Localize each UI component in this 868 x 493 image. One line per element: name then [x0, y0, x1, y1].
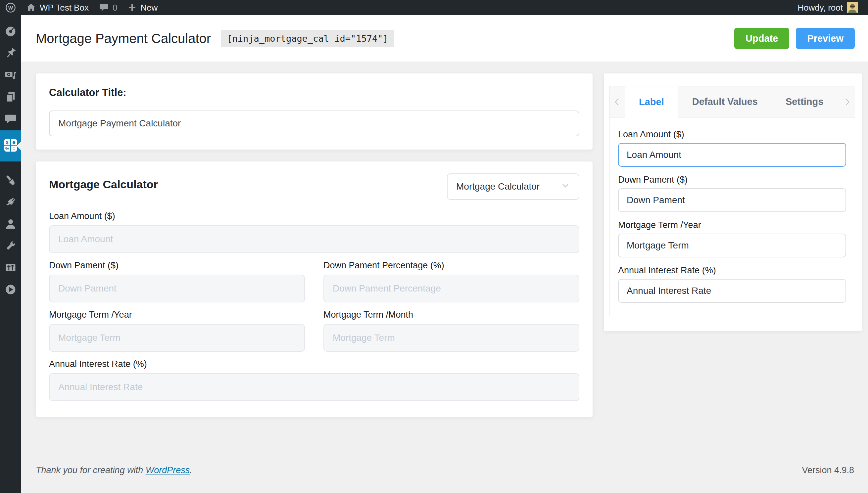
active-item-arrow: [17, 141, 21, 151]
sidebar-item-media[interactable]: [0, 65, 21, 87]
down-pament-label: Down Pament ($): [49, 260, 305, 271]
admin-bar: W WP Test Box 0 New Howdy, root: [0, 0, 868, 15]
mortgage-term-year-input[interactable]: [49, 324, 305, 352]
wordpress-menu-button[interactable]: W: [0, 0, 21, 15]
footer-period: .: [190, 465, 192, 475]
chevron-right-icon: [843, 96, 851, 108]
pages-icon: [4, 90, 17, 105]
loan-amount-input[interactable]: [49, 225, 579, 253]
tools-wrench-icon: [4, 239, 17, 254]
mortgage-calculator-card: Mortgage Calculator Mortgage Calculator …: [36, 162, 593, 417]
admin-sidebar: $%=: [0, 15, 21, 493]
mortgage-term-year-label: Mortgage Term /Year: [49, 310, 305, 320]
down-pament-input[interactable]: [49, 275, 305, 302]
plus-icon: [128, 3, 136, 12]
howdy-text: Howdy, root: [798, 3, 843, 13]
comments-count: 0: [112, 3, 117, 13]
page-title: Mortgage Payment Calculator: [36, 31, 211, 46]
site-link[interactable]: WP Test Box: [21, 0, 94, 15]
calculator-title-card: Calculator Title:: [36, 73, 593, 150]
panel-annual-interest-rate-input[interactable]: [618, 279, 846, 303]
footer-thanks-text: Thank you for creating with: [36, 465, 146, 475]
sidebar-item-posts[interactable]: [0, 43, 21, 65]
chevron-down-icon: [561, 181, 570, 193]
comment-bubble-icon: [99, 3, 109, 12]
sidebar-item-users[interactable]: [0, 214, 21, 236]
comments-icon: [4, 112, 17, 127]
tab-scroll-left-button[interactable]: [610, 86, 625, 117]
tab-scroll-right-button[interactable]: [840, 86, 855, 117]
sidebar-item-appearance[interactable]: [0, 170, 21, 192]
label-tab-content: Loan Amount ($) Down Pament ($) Mortgage…: [610, 117, 855, 316]
down-pament-field: Down Pament ($): [49, 260, 305, 302]
footer-thanks: Thank you for creating with WordPress.: [36, 465, 192, 475]
wordpress-logo-icon: W: [5, 2, 16, 13]
calculator-type-value: Mortgage Calculator: [456, 181, 539, 192]
sidebar-separator: [0, 162, 21, 170]
calculator-icon: $%=: [3, 138, 18, 154]
new-content-button[interactable]: New: [123, 0, 163, 15]
mortgage-term-month-field: Mortgage Term /Month: [323, 310, 579, 352]
tab-settings[interactable]: Settings: [772, 86, 837, 117]
preview-button[interactable]: Preview: [796, 28, 855, 49]
loan-amount-field: Loan Amount ($): [49, 211, 579, 253]
svg-text:W: W: [8, 5, 13, 10]
panel-loan-amount-label: Loan Amount ($): [618, 129, 846, 140]
svg-text:$: $: [6, 140, 8, 145]
dashboard-icon: [4, 25, 17, 39]
calculator-title-input[interactable]: [49, 110, 579, 136]
tab-label[interactable]: Label: [625, 86, 678, 117]
media-icon: [4, 68, 17, 83]
page-header: Mortgage Payment Calculator [ninja_mortg…: [21, 15, 868, 62]
home-icon: [26, 3, 36, 12]
play-circle-icon: [4, 283, 17, 297]
account-menu[interactable]: Howdy, root: [792, 0, 863, 15]
chevron-left-icon: [613, 96, 621, 108]
sidebar-item-plugins[interactable]: [0, 192, 21, 214]
mortgage-calculator-heading: Mortgage Calculator: [49, 173, 158, 191]
new-label: New: [140, 3, 157, 13]
mortgage-term-month-input[interactable]: [323, 324, 579, 352]
user-avatar: [847, 2, 858, 13]
annual-interest-rate-field: Annual Interest Rate (%): [49, 359, 579, 401]
sidebar-item-calculator[interactable]: $%=: [0, 130, 21, 162]
svg-text:=: =: [13, 146, 16, 151]
annual-interest-rate-label: Annual Interest Rate (%): [49, 359, 579, 369]
sidebar-item-pages[interactable]: [0, 87, 21, 109]
comments-shortcut[interactable]: 0: [94, 0, 123, 15]
plugins-plug-icon: [4, 196, 17, 210]
settings-tab-bar: Label Default Values Settings: [610, 86, 855, 117]
sidebar-item-plugin-extra[interactable]: [0, 279, 21, 301]
sidebar-item-tools[interactable]: [0, 236, 21, 257]
calculator-type-select[interactable]: Mortgage Calculator: [447, 173, 579, 200]
panel-annual-interest-rate-label: Annual Interest Rate (%): [618, 265, 846, 276]
down-pament-percentage-label: Down Pament Percentage (%): [323, 260, 579, 271]
appearance-brush-icon: [4, 174, 17, 188]
update-button[interactable]: Update: [734, 28, 789, 49]
shortcode-chip: [ninja_mortgage_cal id="1574"]: [221, 30, 394, 47]
svg-text:%: %: [5, 146, 9, 151]
mortgage-term-year-field: Mortgage Term /Year: [49, 310, 305, 352]
panel-mortgage-term-label: Mortgage Term /Year: [618, 220, 846, 230]
sidebar-item-settings[interactable]: [0, 257, 21, 279]
calculator-title-heading: Calculator Title:: [49, 87, 579, 99]
admin-content: Mortgage Payment Calculator [ninja_mortg…: [21, 15, 868, 493]
settings-sliders-icon: [4, 261, 17, 276]
sidebar-item-comments[interactable]: [0, 109, 21, 130]
panel-down-pament-label: Down Pament ($): [618, 175, 846, 185]
panel-loan-amount-input[interactable]: [618, 143, 846, 167]
tab-default-values[interactable]: Default Values: [678, 86, 772, 117]
annual-interest-rate-input[interactable]: [49, 373, 579, 401]
down-pament-percentage-input[interactable]: [323, 275, 579, 302]
panel-mortgage-term-input[interactable]: [618, 234, 846, 257]
loan-amount-label: Loan Amount ($): [49, 211, 579, 221]
wordpress-link[interactable]: WordPress: [146, 465, 190, 475]
pushpin-icon: [4, 47, 17, 61]
admin-footer: Thank you for creating with WordPress. V…: [21, 454, 868, 493]
version-text: Version 4.9.8: [802, 465, 854, 475]
field-settings-panel: Label Default Values Settings Loan Amoun…: [604, 73, 862, 331]
sidebar-item-dashboard[interactable]: [0, 21, 21, 43]
users-icon: [4, 217, 17, 232]
down-pament-percentage-field: Down Pament Percentage (%): [323, 260, 579, 302]
panel-down-pament-input[interactable]: [618, 188, 846, 212]
